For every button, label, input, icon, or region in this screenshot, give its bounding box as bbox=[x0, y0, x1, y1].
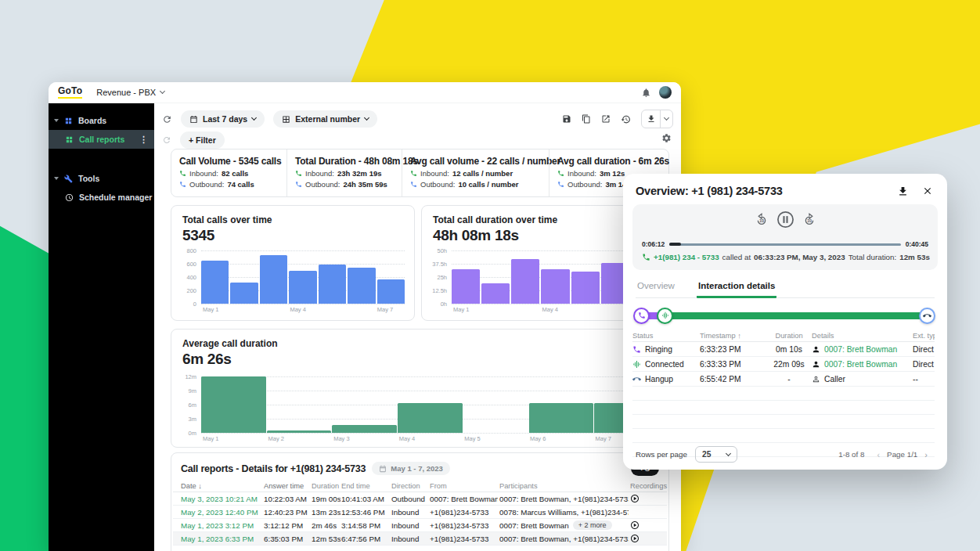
forward-10-icon[interactable]: 10 bbox=[802, 213, 816, 227]
bar-may-3[interactable] bbox=[332, 425, 397, 433]
bars-area bbox=[201, 376, 659, 433]
share-icon[interactable] bbox=[601, 114, 611, 124]
recording-play-icon[interactable] bbox=[630, 519, 669, 531]
cell-4: Inbound bbox=[391, 506, 428, 518]
table-row[interactable]: May 3, 2023 10:21 AM10:22:03 AM19m 00s10… bbox=[173, 492, 667, 506]
hangup-marker[interactable] bbox=[919, 308, 935, 324]
grid-icon bbox=[65, 135, 74, 144]
cell-4: Outbound bbox=[391, 492, 428, 505]
recording-play-icon[interactable] bbox=[630, 532, 669, 545]
column-header-3[interactable]: End time bbox=[341, 480, 390, 492]
y-axis-tick: 600 bbox=[178, 261, 196, 268]
outbound-value: 24h 35m 59s bbox=[343, 180, 387, 189]
download-split-button[interactable] bbox=[641, 110, 673, 128]
rewind-10-icon[interactable]: 10 bbox=[755, 213, 769, 227]
recording-play-icon[interactable] bbox=[630, 492, 669, 505]
prev-page-icon[interactable]: ‹ bbox=[877, 450, 880, 459]
connected-icon bbox=[632, 360, 641, 369]
column-header-5[interactable]: From bbox=[430, 480, 498, 492]
connected-audio-icon bbox=[661, 312, 669, 319]
interaction-column-0: Status bbox=[632, 332, 700, 340]
dimension-filter[interactable]: External number bbox=[273, 110, 377, 128]
more-participants-chip[interactable]: + 2 more bbox=[573, 520, 612, 530]
sidebar-item-boards[interactable]: Boards bbox=[49, 111, 154, 130]
next-page-icon[interactable]: › bbox=[924, 450, 928, 459]
bar-may-6[interactable] bbox=[529, 403, 594, 433]
workspace-name: Revenue - PBX bbox=[96, 88, 156, 97]
progress-bar[interactable] bbox=[669, 243, 900, 246]
bar-may-1[interactable] bbox=[452, 269, 480, 304]
connected-marker[interactable] bbox=[657, 308, 673, 324]
sidebar: BoardsCall reports⋮ToolsSchedule manager bbox=[49, 103, 154, 551]
x-axis-labels: May 1May 2May 3May 4May 5May 6May 7 bbox=[201, 433, 659, 442]
user-avatar[interactable] bbox=[659, 86, 672, 99]
column-header-6[interactable]: Participants bbox=[499, 480, 629, 492]
history-icon[interactable] bbox=[621, 114, 631, 124]
cell-2: 2m 46s bbox=[312, 519, 340, 531]
outbound-stat: Outbound: 24h 35m 59s bbox=[295, 180, 394, 189]
bar-may-5[interactable] bbox=[571, 272, 600, 304]
interaction-row[interactable]: Hangup6:55:42 PM-Caller-- bbox=[632, 372, 935, 387]
y-axis-tick: 400 bbox=[178, 274, 196, 281]
bar-may-7[interactable] bbox=[377, 279, 405, 304]
column-header-1[interactable]: Answer time bbox=[264, 480, 309, 492]
sidebar-item-call-reports[interactable]: Call reports⋮ bbox=[49, 130, 154, 149]
workspace-selector[interactable]: Revenue - PBX bbox=[96, 88, 164, 97]
bar-may-1[interactable] bbox=[201, 376, 266, 433]
connected-segment bbox=[664, 312, 925, 319]
bar-may-3[interactable] bbox=[511, 259, 539, 304]
bar-may-4[interactable] bbox=[541, 269, 569, 304]
interaction-row[interactable]: Connected6:33:33 PM22m 09s0007: Brett Bo… bbox=[632, 357, 935, 372]
column-header-2[interactable]: Duration bbox=[312, 480, 340, 492]
sidebar-item-label: Boards bbox=[78, 116, 106, 125]
column-header-0[interactable]: Date ↓ bbox=[181, 480, 261, 492]
rows-per-page-select[interactable]: 25 bbox=[695, 446, 737, 463]
chart-card-avg-duration: Average call duration 6m 26s 12m9m6m3m0m… bbox=[171, 329, 669, 448]
interaction-column-1[interactable]: Timestamp ↑ bbox=[700, 332, 766, 340]
bar-may-2[interactable] bbox=[481, 283, 510, 304]
table-row[interactable]: May 2, 2023 12:40 PM12:40:23 PM13m 23s12… bbox=[173, 506, 667, 519]
save-icon[interactable] bbox=[562, 114, 571, 124]
bar-may-2[interactable] bbox=[230, 283, 258, 304]
refresh-icon[interactable] bbox=[162, 114, 172, 124]
notification-bell-icon[interactable] bbox=[641, 88, 651, 98]
tab-overview[interactable]: Overview bbox=[636, 278, 676, 297]
bar-may-6[interactable] bbox=[348, 268, 375, 304]
overlay-tabs: Overview Interaction details bbox=[636, 278, 935, 298]
date-range-filter[interactable]: Last 7 days bbox=[181, 110, 265, 128]
more-menu-icon[interactable]: ⋮ bbox=[139, 135, 148, 145]
clock-icon bbox=[65, 193, 74, 202]
bar-may-5[interactable] bbox=[319, 265, 346, 304]
personOutline-icon bbox=[812, 375, 820, 384]
x-axis-tick: May 1 bbox=[452, 304, 481, 313]
close-icon[interactable] bbox=[922, 185, 933, 196]
phone-icon bbox=[410, 170, 417, 177]
bar-may-1[interactable] bbox=[201, 261, 229, 304]
refresh-icon-dim[interactable] bbox=[162, 135, 171, 145]
tab-interaction-details[interactable]: Interaction details bbox=[697, 278, 776, 298]
sidebar-item-schedule-manager[interactable]: Schedule manager bbox=[49, 188, 154, 207]
outbound-value: 74 calls bbox=[227, 180, 254, 189]
empty-row bbox=[632, 401, 935, 415]
settings-gear-icon[interactable] bbox=[661, 133, 672, 143]
add-filter-button[interactable]: + Filter bbox=[180, 131, 225, 149]
download-recording-icon[interactable] bbox=[897, 185, 909, 197]
bar-may-4[interactable] bbox=[398, 403, 463, 433]
column-header-4[interactable]: Direction bbox=[391, 480, 428, 492]
interaction-row[interactable]: Ringing6:33:23 PM0m 10s0007: Brett Bowma… bbox=[632, 342, 935, 357]
cell-3: 3:14:58 PM bbox=[341, 519, 390, 531]
timestamp-cell: 6:55:42 PM bbox=[700, 375, 766, 384]
dimension-label: External number bbox=[295, 114, 360, 124]
table-row[interactable]: May 1, 2023 6:33 PM6:35:03 PM12m 53s6:47… bbox=[173, 532, 667, 546]
interaction-column-4: Ext. type bbox=[913, 332, 935, 340]
sidebar-item-tools[interactable]: Tools bbox=[49, 169, 154, 188]
copy-icon[interactable] bbox=[582, 114, 591, 124]
pause-button-icon[interactable] bbox=[776, 211, 794, 229]
column-header-7[interactable]: Recordings bbox=[630, 480, 669, 492]
details-table-title: Call reports - Details for +1(981) 234-5… bbox=[181, 463, 366, 474]
bar-may-4[interactable] bbox=[289, 271, 316, 304]
table-row[interactable]: May 1, 2023 3:12 PM3:12:12 PM2m 46s3:14:… bbox=[173, 519, 667, 532]
ringing-marker[interactable] bbox=[633, 308, 650, 324]
bar-may-3[interactable] bbox=[260, 255, 287, 304]
x-axis-tick: May 4 bbox=[398, 433, 463, 442]
